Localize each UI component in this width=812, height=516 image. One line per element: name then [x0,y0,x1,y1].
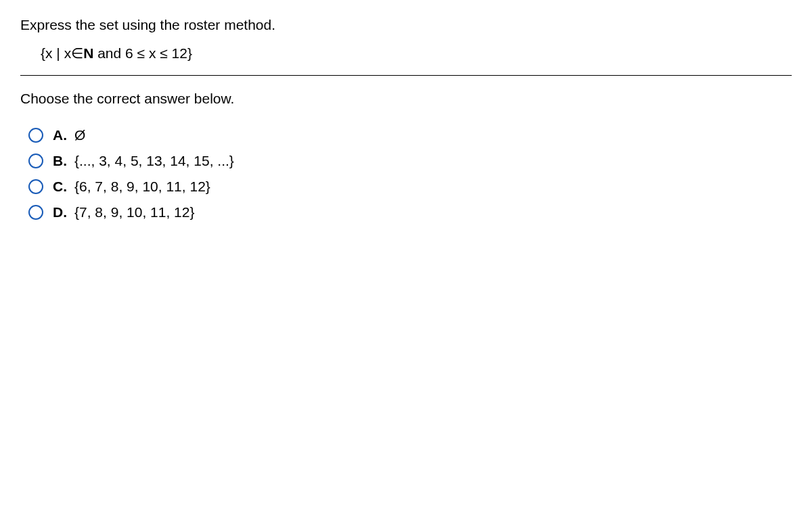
set-expression: {x | x∈N and 6 ≤ x ≤ 12} [41,45,792,62]
expr-rest: 6 ≤ x ≤ 12} [125,45,192,61]
question-prompt: Express the set using the roster method. [20,17,792,33]
radio-d[interactable] [28,205,43,220]
instruction-text: Choose the correct answer below. [20,91,792,107]
option-a: A. Ø [28,127,792,143]
option-c-text: {6, 7, 8, 9, 10, 11, 12} [74,179,210,195]
expr-natural-set: N [83,45,93,61]
expr-prefix: {x | x [41,45,71,61]
option-a-text: Ø [74,127,85,143]
option-d-label: D. [53,204,69,220]
radio-c[interactable] [28,179,43,194]
option-b-text: {..., 3, 4, 5, 13, 14, 15, ...} [74,153,234,169]
divider [20,75,792,76]
radio-a[interactable] [28,128,43,143]
radio-b[interactable] [28,154,43,168]
option-c: C. {6, 7, 8, 9, 10, 11, 12} [28,179,792,195]
option-d: D. {7, 8, 9, 10, 11, 12} [28,204,792,220]
option-d-text: {7, 8, 9, 10, 11, 12} [74,204,195,220]
option-c-label: C. [53,179,69,195]
option-a-label: A. [53,127,69,143]
expr-element-of: ∈ [71,45,83,61]
option-b: B. {..., 3, 4, 5, 13, 14, 15, ...} [28,153,792,169]
expr-and: and [93,45,125,61]
option-b-label: B. [53,153,69,169]
options-group: A. Ø B. {..., 3, 4, 5, 13, 14, 15, ...} … [28,127,792,220]
